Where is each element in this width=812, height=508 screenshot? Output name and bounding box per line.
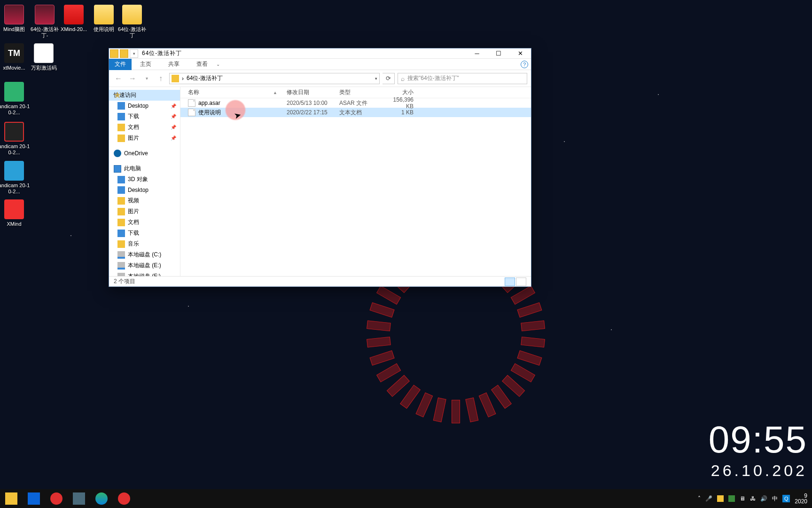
window-title: 64位-激活补丁: [142, 49, 182, 57]
desktop-icon-2[interactable]: XMind-20...: [57, 3, 90, 32]
desktop-icon-5[interactable]: TMxtMovie...: [0, 41, 31, 71]
sidebar-disk-f[interactable]: 本地磁盘 (F:): [109, 271, 180, 276]
help-icon[interactable]: ?: [521, 61, 528, 68]
file-icon: [188, 99, 195, 107]
tray-volume-icon[interactable]: 🔊: [760, 495, 767, 502]
pictures-icon: [117, 135, 125, 142]
tray-chevron-icon[interactable]: ˄: [698, 495, 701, 502]
col-type[interactable]: 类型: [339, 88, 385, 96]
ribbon: 文件 主页 共享 查看 ⌄ ?: [109, 59, 531, 70]
taskbar-recycle[interactable]: [68, 489, 90, 508]
desktop-icon-10[interactable]: XMind: [0, 198, 31, 227]
column-headers: 名称▲ 修改日期 类型 大小: [180, 87, 531, 98]
qat-btn-1[interactable]: [110, 49, 118, 58]
documents-icon: [117, 124, 125, 131]
file-date: 2020/5/13 10:00: [287, 100, 339, 106]
history-dropdown-icon[interactable]: ▾: [141, 76, 152, 81]
minimize-button[interactable]: ─: [466, 48, 488, 59]
tab-home[interactable]: 主页: [132, 60, 160, 68]
tray-puzzle-icon[interactable]: [728, 495, 735, 502]
icon: [4, 82, 24, 102]
details-view-button[interactable]: [505, 278, 515, 286]
desktop-icon: [117, 186, 125, 194]
sidebar-downloads-2[interactable]: 下载: [109, 228, 180, 238]
taskbar-mail[interactable]: [23, 489, 45, 508]
taskbar-record-2[interactable]: [113, 489, 135, 508]
col-size[interactable]: 大小: [385, 88, 414, 96]
desktop-icon-8[interactable]: andicam 20-10-2...: [0, 120, 31, 156]
tray-ime[interactable]: 中: [772, 495, 778, 503]
sidebar-desktop[interactable]: Desktop📌: [109, 101, 180, 111]
desktop-icon-6[interactable]: 万彩激活码: [27, 41, 60, 71]
sidebar-3d-objects[interactable]: 3D 对象: [109, 174, 180, 185]
desktop-icon: [117, 102, 125, 110]
back-button[interactable]: ←: [113, 74, 124, 83]
sidebar-downloads[interactable]: 下载📌: [109, 111, 180, 122]
sidebar-quick-access[interactable]: 快速访问: [109, 90, 180, 101]
search-icon: [401, 75, 405, 82]
qat-dropdown-icon[interactable]: ▾: [130, 49, 138, 58]
downloads-icon: [117, 113, 125, 120]
tray-monitor-icon[interactable]: 🖥: [740, 495, 745, 502]
ribbon-collapse-icon[interactable]: ⌄: [216, 62, 220, 67]
tray-app-icon[interactable]: [717, 495, 724, 502]
col-name[interactable]: 名称▲: [188, 88, 287, 96]
sidebar-videos[interactable]: 视频: [109, 195, 180, 206]
3d-icon: [117, 176, 125, 183]
address-dropdown-icon[interactable]: ▾: [375, 76, 377, 81]
downloads-icon: [117, 230, 125, 237]
taskbar-explorer[interactable]: [0, 489, 23, 508]
sidebar-onedrive[interactable]: OneDrive: [109, 148, 180, 159]
titlebar[interactable]: ▾ 64位-激活补丁 ─ ☐ ✕: [109, 48, 531, 59]
sidebar-disk-c[interactable]: 本地磁盘 (C:): [109, 249, 180, 260]
folder-icon: [172, 75, 179, 82]
qat-btn-2[interactable]: [120, 49, 128, 58]
taskbar-record[interactable]: [45, 489, 68, 508]
maximize-button[interactable]: ☐: [488, 48, 509, 59]
nav-bar: ← → ▾ ↑ › 64位-激活补丁 ▾ ⟳ 搜索"64位-激活补丁": [109, 70, 531, 87]
address-bar[interactable]: › 64位-激活补丁 ▾: [169, 73, 380, 84]
col-date[interactable]: 修改日期: [287, 88, 339, 96]
icon-label: XMind-20...: [57, 26, 90, 32]
icon: [35, 5, 55, 24]
desktop-icon-7[interactable]: andicam 20-10-2...: [0, 80, 31, 116]
sidebar-documents[interactable]: 文档📌: [109, 122, 180, 133]
desktop-icon-0[interactable]: Mind脑图: [0, 3, 31, 32]
sort-asc-icon: ▲: [273, 90, 277, 95]
search-box[interactable]: 搜索"64位-激活补丁": [398, 73, 527, 84]
file-type: ASAR 文件: [339, 99, 385, 107]
sidebar-this-pc[interactable]: 此电脑: [109, 163, 180, 174]
sidebar-pictures[interactable]: 图片📌: [109, 133, 180, 143]
icon-label: Mind脑图: [0, 26, 31, 32]
desktop-icon-4[interactable]: 64位-激活补丁: [116, 3, 148, 39]
drive-icon: [117, 251, 125, 259]
close-button[interactable]: ✕: [509, 48, 531, 59]
icon: [4, 122, 24, 142]
sidebar-desktop-2[interactable]: Desktop: [109, 185, 180, 195]
sidebar-pictures-2[interactable]: 图片: [109, 206, 180, 217]
pictures-icon: [117, 208, 125, 215]
taskbar-edge[interactable]: [90, 489, 113, 508]
pin-icon: 📌: [171, 125, 176, 130]
nav-pane: 快速访问 Desktop📌 下载📌 文档📌 图片📌 OneDrive 此电脑 3…: [109, 87, 180, 276]
refresh-button[interactable]: ⟳: [383, 73, 395, 84]
tab-share[interactable]: 共享: [160, 60, 188, 68]
sidebar-documents-2[interactable]: 文档: [109, 217, 180, 228]
desktop-icon-9[interactable]: andicam 20-10-2...: [0, 159, 31, 195]
tray-q-icon[interactable]: Q: [782, 495, 790, 502]
forward-button[interactable]: →: [127, 74, 138, 83]
up-button[interactable]: ↑: [155, 74, 166, 83]
tray-date[interactable]: 2020: [795, 498, 807, 505]
tab-view[interactable]: 查看: [188, 60, 216, 68]
sidebar-music[interactable]: 音乐: [109, 238, 180, 249]
tab-file[interactable]: 文件: [109, 59, 132, 70]
icons-view-button[interactable]: [516, 278, 526, 286]
desktop-icon-1[interactable]: 64位-激活补丁-: [28, 3, 61, 39]
icon: [4, 5, 24, 24]
taskbar[interactable]: ˄ 🎤 🖥 🖧 🔊 中 Q 9 2020: [0, 489, 812, 508]
tray-mic-icon[interactable]: 🎤: [705, 495, 712, 502]
sidebar-disk-e[interactable]: 本地磁盘 (E:): [109, 260, 180, 271]
file-size: 156,396 KB: [385, 96, 414, 110]
tray-network-icon[interactable]: 🖧: [750, 495, 756, 502]
icon-label: andicam 20-10-2...: [0, 143, 31, 156]
